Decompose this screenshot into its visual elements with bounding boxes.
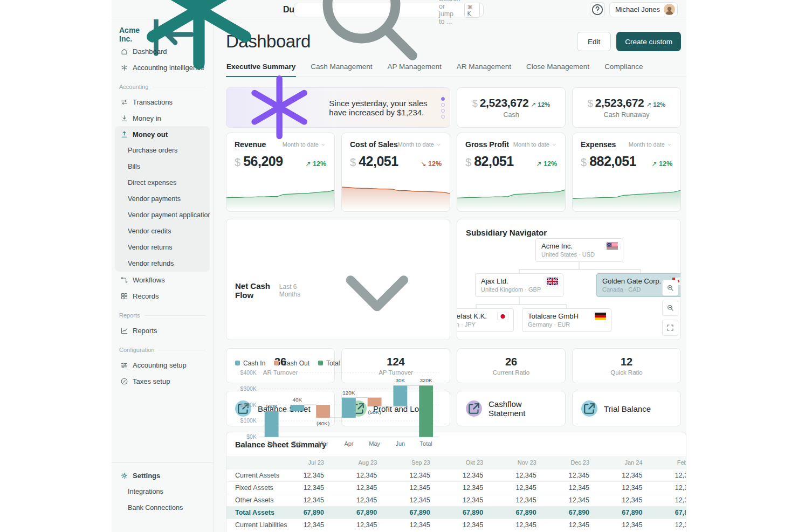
cell-value: 12,345 (651, 519, 687, 531)
report-link-trial-balance[interactable]: Trial Balance (572, 391, 681, 426)
tab-compliance[interactable]: Compliance (604, 63, 643, 77)
cash-label: Cash (503, 111, 519, 119)
banner-dot[interactable] (441, 109, 445, 113)
period-selector[interactable]: Month to date (629, 141, 672, 148)
org-chart-controls (662, 280, 678, 336)
svg-text:320K: 320K (420, 377, 433, 383)
user-avatar (664, 4, 675, 15)
cell-value: 12,345 (598, 519, 651, 531)
zoom-out-button[interactable] (662, 300, 678, 316)
kpi-sparkline (573, 181, 680, 211)
sidebar-item-vendor-credits[interactable]: Vendor credits (115, 223, 210, 239)
cell-value: 12,345 (439, 519, 492, 531)
org-chart-canvas[interactable]: Acme Inc.United States · USDAjax Ltd.Uni… (457, 219, 680, 340)
flag-uk-icon (547, 278, 558, 285)
sidebar-item-direct-expenses[interactable]: Direct expenses (115, 175, 210, 191)
subsidiary-navigator-title: Subsidiary Navigator (466, 228, 547, 237)
net-cash-flow-panel: Net Cash Flow Last 6 Months Cash InCash … (226, 219, 450, 340)
sidebar-item-money-in[interactable]: Money in (112, 110, 213, 126)
org-node-ajax-ltd[interactable]: Ajax Ltd.United Kingdom · GBP (475, 273, 563, 297)
sidebar-item-vendor-refunds[interactable]: Vendor refunds (115, 255, 210, 272)
table-row: Fixed Assets12,34512,34512,34512,34512,3… (226, 481, 686, 494)
table-row: Current Assets12,34512,34512,34512,34512… (226, 469, 686, 481)
sidebar-item-transactions[interactable]: Transactions (112, 94, 213, 110)
svg-text:(50K): (50K) (368, 409, 381, 415)
org-node-totalcare-gmbh[interactable]: Totalcare GmbHGermany · EUR (522, 308, 611, 332)
column-header: Feb 24 (651, 456, 687, 469)
insight-banner: Since yesterday, your sales have increas… (226, 87, 450, 128)
currency-symbol: $ (235, 156, 240, 169)
chevron-down-icon (551, 142, 557, 148)
sidebar-item-vendor-returns[interactable]: Vendor returns (115, 239, 210, 255)
kpi-sparkline (457, 181, 565, 211)
sidebar-item-settings[interactable]: Settings (112, 467, 213, 483)
cell-value: 12,345 (598, 481, 651, 494)
column-header: Jan 24 (598, 456, 651, 469)
create-custom-button[interactable]: Create custom (616, 32, 681, 51)
chart-legend: Cash InCash OutTotal (235, 360, 441, 367)
sidebar-item-workflows[interactable]: Workflows (112, 272, 213, 288)
sidebar-item-purchase-orders[interactable]: Purchase orders (115, 142, 210, 158)
svg-text:40K: 40K (293, 397, 302, 403)
sidebar-item-taxes-setup[interactable]: Taxes setup (112, 373, 213, 389)
period-selector[interactable]: Month to date (513, 141, 557, 148)
fullscreen-icon (666, 323, 675, 332)
charts-row: Net Cash Flow Last 6 Months Cash InCash … (226, 219, 681, 340)
kpi-title: Gross Profit (465, 140, 509, 149)
waterfall-chart: $0K$100K$200K$300K$400K160KJan40KFeb(80K… (235, 368, 441, 449)
help-button[interactable] (590, 2, 605, 17)
sidebar-item-bills[interactable]: Bills (115, 158, 210, 175)
period-selector[interactable]: Last 6 Months (279, 227, 441, 355)
cell-value: 67,890 (439, 506, 492, 519)
fullscreen-button[interactable] (662, 320, 678, 336)
sidebar-item-vendor-payment-applications[interactable]: Vendor payment applications (115, 207, 210, 223)
column-header: Nov 23 (492, 456, 545, 469)
sidebar-group-money-out: Money outPurchase ordersBillsDirect expe… (115, 126, 210, 272)
sidebar-item-money-out[interactable]: Money out (115, 126, 210, 142)
cash-value: 2,523,672 (480, 96, 529, 109)
tab-close-management[interactable]: Close Management (526, 63, 590, 77)
org-node-acme-inc[interactable]: Acme Inc.United States · USD (535, 238, 623, 262)
sidebar-footer: SettingsIntegrationsBank Connections (112, 462, 213, 532)
column-header: Dec 23 (545, 456, 598, 469)
subsidiary-name: Acme Inc. (541, 242, 617, 250)
tab-ar-management[interactable]: AR Management (456, 63, 512, 77)
currency-symbol: $ (465, 156, 471, 169)
org-node-movefast-k-k[interactable]: Movefast K.K.Japan · JPY (457, 308, 514, 332)
sidebar-item-accounting-setup[interactable]: Accounting setup (112, 357, 213, 373)
cash-runaway-card: $ 2,523,672 ↗ 12% Cash Runaway (572, 87, 681, 128)
banner-dot[interactable] (441, 115, 445, 119)
cell-value: 12,345 (545, 481, 598, 494)
sidebar-section-label: Reports (119, 310, 205, 320)
sidebar-item-vendor-payments[interactable]: Vendor payments (115, 191, 210, 207)
zoom-in-button[interactable] (662, 280, 678, 296)
cell-value: 12,345 (492, 481, 545, 494)
svg-text:$100K: $100K (240, 418, 257, 424)
banner-dot[interactable] (441, 97, 445, 101)
svg-text:Jan: Jan (267, 440, 277, 446)
cell-value: 67,890 (492, 506, 545, 519)
period-selector[interactable]: Month to date (398, 141, 442, 148)
kpi-value: 882,051 (589, 154, 636, 169)
cell-value: 12,345 (651, 494, 687, 506)
zoom-in-icon (666, 284, 675, 292)
percent-icon (120, 377, 128, 385)
sidebar-item-integrations[interactable]: Integrations (112, 483, 213, 500)
user-menu-button[interactable]: Michael Jones (609, 2, 678, 17)
search-input[interactable]: Search or jump to ... ⌘ K (294, 3, 484, 17)
cell-value: 12,345 (492, 469, 545, 481)
svg-text:30K: 30K (396, 377, 405, 383)
column-header (226, 456, 279, 469)
ratio-value: 12 (621, 356, 632, 368)
cash-card: $ 2,523,672 ↗ 12% Cash (457, 87, 566, 128)
sidebar-item-records[interactable]: Records (112, 288, 213, 304)
currency-symbol: $ (588, 98, 593, 109)
cell-value: 12,345 (439, 469, 492, 481)
svg-text:Jun: Jun (396, 440, 405, 446)
report-link-cashflow-statement[interactable]: Cashflow Statement (457, 391, 566, 426)
cell-value: 12,345 (386, 469, 438, 481)
banner-dot[interactable] (441, 103, 445, 107)
sidebar-item-bank-connections[interactable]: Bank Connections (112, 500, 213, 516)
sidebar-item-reports[interactable]: Reports (112, 322, 213, 338)
edit-button[interactable]: Edit (577, 32, 611, 51)
